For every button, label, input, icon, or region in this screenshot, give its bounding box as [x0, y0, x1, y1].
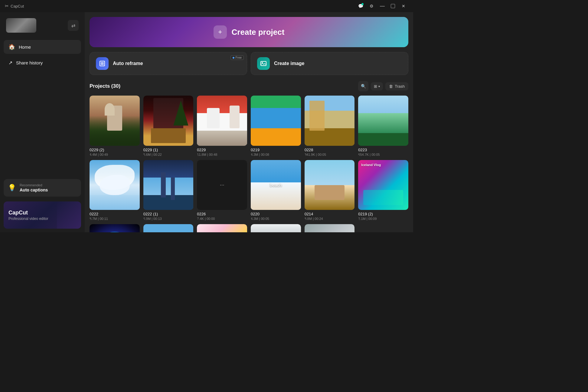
project-item-0229[interactable]: 0229 11.8M | 00:48 [197, 96, 247, 156]
project-meta-0214: 8.8M | 00:24 [305, 217, 355, 220]
reframe-svg [99, 60, 106, 67]
create-image-icon [257, 57, 270, 70]
project-item-default[interactable]: Default text [305, 224, 355, 232]
project-meta-0223: 654.7K | 00:05 [358, 153, 408, 156]
project-meta-0219: 4.3M | 00:08 [251, 153, 301, 156]
project-thumb-0222-1 [143, 160, 194, 210]
thumb-scene-0228 [305, 96, 355, 146]
project-thumb-0228 [305, 96, 355, 146]
project-meta-0219-2: 2.1M | 00:09 [358, 217, 408, 220]
project-meta-0222: 8.7M | 00:11 [90, 217, 140, 220]
project-name-0222-1: 0222 (1) [143, 212, 194, 216]
project-item-0219-2[interactable]: Iceland Vlog 0219 (2) 2.1M | 00:09 [358, 160, 408, 221]
projects-actions: 🔍 ⊞ ▾ 🗑 Trash [358, 81, 408, 91]
project-thumb-0223 [358, 96, 408, 146]
trash-label: Trash [395, 84, 405, 89]
project-thumb-reading: Reading [251, 224, 301, 232]
trash-icon: 🗑 [389, 84, 393, 89]
chevron-down-icon: ▾ [378, 85, 380, 88]
thumb-scene-earth [90, 224, 140, 232]
project-name-0228: 0228 [305, 148, 355, 152]
create-project-label: Create project [232, 28, 285, 37]
project-thumb-0229-2 [90, 96, 140, 146]
project-meta-0222-1: 6.9M | 00:13 [143, 217, 194, 220]
auto-reframe-label: Auto reframe [113, 61, 143, 66]
recommended-title: Auto captions [20, 188, 48, 192]
app-name-label: CapCut [11, 4, 24, 8]
maximize-button[interactable] [391, 4, 395, 8]
app-title: ✂ CapCut [5, 3, 24, 9]
avatar-image [6, 18, 36, 33]
project-item-0229-1[interactable]: 0229 (1) 5.6M | 00:22 [143, 96, 194, 156]
project-item-0219[interactable]: 0219 4.3M | 00:08 [251, 96, 301, 156]
project-item-reading[interactable]: Reading Reading [251, 224, 301, 232]
notification-dot-indicator: 💬 [356, 2, 365, 10]
project-meta-0229-1: 5.6M | 00:22 [143, 153, 194, 156]
recommended-icon: 💡 [8, 184, 16, 192]
project-item-aerial[interactable] [143, 224, 194, 232]
project-name-0226: 0226 [197, 212, 247, 216]
sidebar-item-home[interactable]: 🏠 Home [4, 40, 81, 54]
project-item-0223[interactable]: 0223 654.7K | 00:05 [358, 96, 408, 156]
project-thumb-0214 [305, 160, 355, 210]
project-item-0226[interactable]: ··· 0226 7.4K | 00:00 [197, 160, 247, 221]
project-thumb-0219 [251, 96, 301, 146]
thumb-scene-0222 [90, 160, 140, 210]
project-meta-0228: 341.9K | 00:05 [305, 153, 355, 156]
search-button[interactable]: 🔍 [358, 81, 368, 91]
create-image-card[interactable]: Create image [251, 52, 408, 75]
trash-button[interactable]: 🗑 Trash [385, 82, 408, 90]
recommended-label: Recommended [20, 183, 48, 187]
project-item-0222-1[interactable]: 0222 (1) 6.9M | 00:13 [143, 160, 194, 221]
project-name-0223: 0223 [358, 148, 408, 152]
recommended-text: Recommended Auto captions [20, 183, 48, 192]
free-badge: Free [230, 55, 244, 60]
recommended-card[interactable]: 💡 Recommended Auto captions [4, 179, 81, 197]
project-meta-0229-2: 4.4M | 00:49 [90, 153, 140, 156]
free-label: Free [235, 56, 242, 59]
plus-icon: + [218, 28, 222, 36]
thumb-scene-aerial [143, 224, 194, 232]
create-project-banner[interactable]: + Create project [90, 17, 408, 47]
project-thumb-aerial [143, 224, 194, 232]
switch-account-button[interactable]: ⇄ [68, 20, 79, 31]
svg-rect-1 [101, 62, 104, 65]
thumb-scene-0219-2: Iceland Vlog [358, 160, 408, 210]
close-button[interactable]: ✕ [399, 2, 408, 10]
app-icon: ✂ [5, 3, 9, 9]
thumb-scene-0229-2 [90, 96, 140, 146]
minimize-button[interactable]: — [377, 2, 387, 10]
thumb-scene-heart: ❤️ [197, 224, 247, 232]
content-area: + Create project Free Auto reframe [85, 12, 413, 232]
thumb-scene-0214 [305, 160, 355, 210]
three-dots-icon: ··· [220, 182, 224, 188]
titlebar-right: 💬 ⚙ — ✕ [356, 2, 408, 10]
settings-button[interactable]: ⚙ [367, 2, 376, 10]
view-toggle-button[interactable]: ⊞ ▾ [371, 82, 383, 90]
project-item-heart[interactable]: ❤️ [197, 224, 247, 232]
project-thumb-0226: ··· [197, 160, 247, 210]
auto-reframe-card[interactable]: Free Auto reframe [90, 52, 247, 75]
thumb-scene-default [305, 224, 355, 232]
create-icon: + [214, 25, 227, 39]
project-item-earth[interactable] [90, 224, 140, 232]
capcut-promo[interactable]: CapCut Professional video editor [4, 201, 81, 229]
project-thumb-0222 [90, 160, 140, 210]
grid-icon: ⊞ [374, 84, 377, 89]
project-item-0214[interactable]: 0214 8.8M | 00:24 [305, 160, 355, 221]
beach-label: beach [270, 183, 282, 188]
project-name-0219: 0219 [251, 148, 301, 152]
project-item-0222[interactable]: 0222 8.7M | 00:11 [90, 160, 140, 221]
thumb-scene-0226: ··· [197, 160, 247, 210]
project-item-0229-2[interactable]: 0229 (2) 4.4M | 00:49 [90, 96, 140, 156]
sidebar-item-share-history[interactable]: ↗ Share history [4, 56, 81, 69]
projects-title: Projects (30) [90, 83, 120, 89]
thumb-scene-reading: Reading [251, 224, 301, 232]
thumb-scene-0229-1 [143, 96, 194, 146]
project-item-0220[interactable]: beach 0220 4.3M | 00:05 [251, 160, 301, 221]
avatar[interactable] [6, 18, 36, 33]
project-name-0229-1: 0229 (1) [143, 148, 194, 152]
titlebar-left: ✂ CapCut [5, 3, 24, 9]
project-item-0228[interactable]: 0228 341.9K | 00:05 [305, 96, 355, 156]
thumb-scene-0222-1 [143, 160, 194, 210]
